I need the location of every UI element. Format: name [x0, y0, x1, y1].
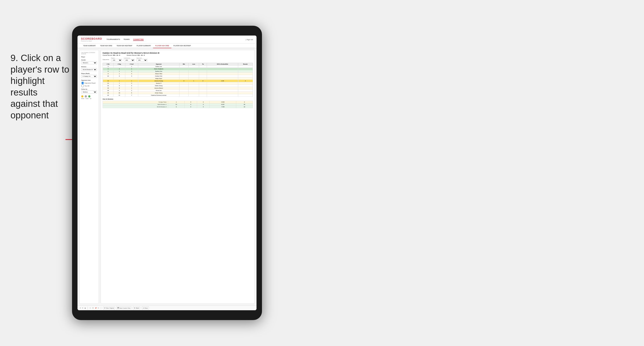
- paste-btn[interactable]: 📌: [95, 307, 96, 309]
- table-row[interactable]: 15 8 5 Stella Cheng: [103, 85, 253, 87]
- cell-div: [103, 77, 114, 80]
- cell-diff: [207, 68, 238, 70]
- cell-reg: 1: [114, 80, 125, 82]
- cell-tie: [199, 89, 207, 92]
- nav-left: SCOREBOARD Powered by clippd TOURNAMENTS…: [81, 37, 144, 42]
- cell-win: [180, 82, 188, 85]
- cell-loss: [188, 82, 199, 85]
- division-label: Division: [81, 66, 97, 67]
- overall-record-value: 353 - 34 - 6: [113, 54, 120, 56]
- table-row[interactable]: 13 1 1 Jessica Huang 0 1 0 -3.00 2: [103, 80, 253, 82]
- toolbar-sep-2: [101, 307, 101, 309]
- out-cell-team: Foreign Team: [103, 101, 168, 103]
- radio-opponents-played[interactable]: Opponents Played: [81, 82, 97, 84]
- cell-opponent: Federica Domecq Lacroze: [138, 94, 179, 97]
- h2h-table: # Div # Reg # Conf Opponent Win Loss Tie…: [102, 63, 253, 97]
- table-row[interactable]: 6 1 3 Sydney Kuo: [103, 70, 253, 73]
- save-custom-btn[interactable]: 💾 Save Custom View: [116, 307, 132, 309]
- cell-tie: [199, 94, 207, 97]
- share-btn[interactable]: ➦ Share: [142, 307, 149, 309]
- dot-level: [85, 95, 87, 97]
- top-nav: SCOREBOARD Powered by clippd TOURNAMENTS…: [78, 35, 256, 44]
- cell-diff: -3.00: [207, 80, 238, 82]
- undo-btn[interactable]: ↺: [80, 307, 81, 309]
- table-row[interactable]: 3 1 Esther Lee: [103, 65, 253, 68]
- sidebar-player-rank-section: Player (Rank) 8. Katelyn Vo: [81, 73, 97, 78]
- tab-player-h2h-grid[interactable]: PLAYER H2H GRID: [153, 44, 171, 48]
- out-cell-win: 5: [168, 106, 185, 108]
- table-row[interactable]: 19 10 6 Emily Chang: [103, 92, 253, 94]
- tab-player-h2h-heatmap[interactable]: PLAYER H2H HEATMAP: [171, 44, 193, 48]
- sign-out[interactable]: | Sign out: [246, 39, 253, 40]
- out-cell-team: NCAA Division 2: [103, 106, 168, 108]
- colour-by-label: Colour by: [81, 89, 97, 90]
- cell-diff: [207, 75, 238, 77]
- main-content: Last Updated: 27/03/2024 16:55:38 Player…: [78, 48, 256, 306]
- sidebar: Last Updated: 27/03/2024 16:55:38 Player…: [79, 50, 99, 304]
- player-label: Player: [81, 56, 97, 58]
- cell-tie: [199, 92, 207, 94]
- colour-dots: [81, 95, 97, 97]
- out-table-row[interactable]: Foreign Team 1 0 0 4.500 2: [103, 101, 253, 103]
- region-select[interactable]: (All): [111, 59, 122, 61]
- out-table-row[interactable]: NAIA Division 1 15 0 0 9.267 30: [103, 103, 253, 106]
- watch-btn[interactable]: 👁 Watch: [133, 307, 140, 309]
- tab-team-h2h-grid[interactable]: TEAM H2H GRID: [98, 44, 114, 48]
- table-row[interactable]: Heejo Hyun: [103, 77, 253, 80]
- view-original-btn[interactable]: 👁 View: Original: [103, 307, 115, 309]
- cell-reg: 11: [114, 94, 125, 97]
- cell-opponent: Sharon Mun: [138, 73, 179, 75]
- back-btn[interactable]: ◀: [84, 307, 86, 309]
- cell-loss: [188, 65, 199, 68]
- colour-by-select[interactable]: Win/loss: [81, 90, 97, 94]
- gender-label: Gender: [81, 59, 97, 61]
- gender-select[interactable]: Women's: [81, 61, 97, 64]
- table-row[interactable]: 20 11 7 Federica Domecq Lacroze: [103, 94, 253, 97]
- sub-nav: TEAM SUMMARY TEAM H2H GRID TEAM H2H HEAT…: [78, 44, 256, 48]
- player-rank-select[interactable]: 8. Katelyn Vo: [81, 75, 97, 78]
- cell-diff: [207, 82, 238, 85]
- nav-links: TOURNAMENTS TEAMS COMMITTEE: [106, 38, 144, 41]
- dot-labels: Down Level Up: [81, 98, 97, 99]
- cell-rounds: [238, 82, 252, 85]
- grid-area: Katelyn Vo Head-to-Head Grid for Women's…: [101, 50, 255, 304]
- redo-btn[interactable]: ↻: [82, 307, 83, 309]
- scissors-btn[interactable]: ✂: [90, 307, 91, 309]
- radio-top-100[interactable]: Top 100: [81, 84, 97, 87]
- instruction-body: Click on a player's row to highlight res…: [10, 53, 69, 120]
- cell-conf: 3: [125, 70, 138, 73]
- table-row[interactable]: 16 9 1 Jessica Mason: [103, 87, 253, 89]
- logo-sub: Powered by clippd: [81, 40, 102, 42]
- nav-tournaments[interactable]: TOURNAMENTS: [106, 38, 120, 41]
- nav-committee[interactable]: COMMITTEE: [133, 38, 144, 41]
- cell-tie: 0: [199, 80, 207, 82]
- cell-rounds: [238, 92, 252, 94]
- table-row[interactable]: 14 7 4 Eunice Yi: [103, 82, 253, 85]
- col-tie: Tie: [199, 63, 207, 65]
- cell-loss: [188, 94, 199, 97]
- cell-reg: [114, 77, 125, 80]
- opponent-select[interactable]: (All): [136, 59, 147, 61]
- cell-diff: [207, 92, 238, 94]
- col-win: Win: [180, 63, 188, 65]
- table-row[interactable]: 18 2 2 Euna Lee: [103, 89, 253, 92]
- out-div-title: Out of division: [102, 98, 253, 100]
- table-row[interactable]: 9 1 4 Sharon Mun: [103, 73, 253, 75]
- table-row[interactable]: 10 6 3 Andrea York: [103, 75, 253, 77]
- division-select[interactable]: NCAA Division III: [81, 68, 97, 71]
- table-row[interactable]: 5 2 2 Alexis Sudjianto: [103, 68, 253, 70]
- out-cell-loss: 0: [184, 106, 197, 108]
- cell-rounds: [238, 85, 252, 87]
- tab-player-summary[interactable]: PLAYER SUMMARY: [134, 44, 153, 48]
- conference-select[interactable]: (All): [124, 59, 135, 61]
- refresh-btn[interactable]: ↻: [98, 307, 99, 309]
- nav-teams[interactable]: TEAMS: [124, 38, 130, 41]
- cell-tie: [199, 68, 207, 70]
- out-table-row[interactable]: NCAA Division 2 5 0 0 7.400 10: [103, 106, 253, 108]
- tab-team-summary[interactable]: TEAM SUMMARY: [81, 44, 98, 48]
- conference-filter: Conference (All): [124, 57, 135, 61]
- cell-win: [180, 92, 188, 94]
- out-cell-diff: 4.500: [210, 101, 236, 103]
- tab-team-h2h-heatmap[interactable]: TEAM H2H HEATMAP: [114, 44, 134, 48]
- copy-btn[interactable]: 📋: [92, 307, 94, 309]
